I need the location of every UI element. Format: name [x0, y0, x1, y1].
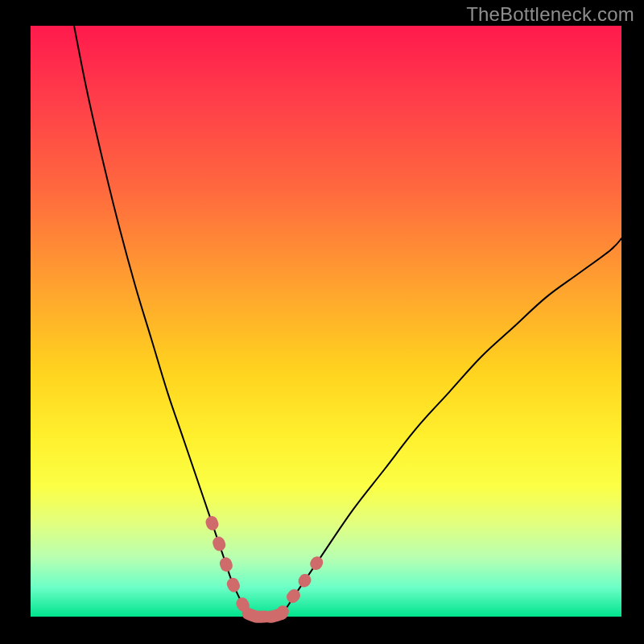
watermark-text: TheBottleneck.com [466, 3, 634, 26]
chart-frame: TheBottleneck.com [0, 0, 644, 644]
curves-svg [31, 26, 621, 617]
main-curve [74, 26, 621, 617]
plot-area [31, 26, 621, 617]
